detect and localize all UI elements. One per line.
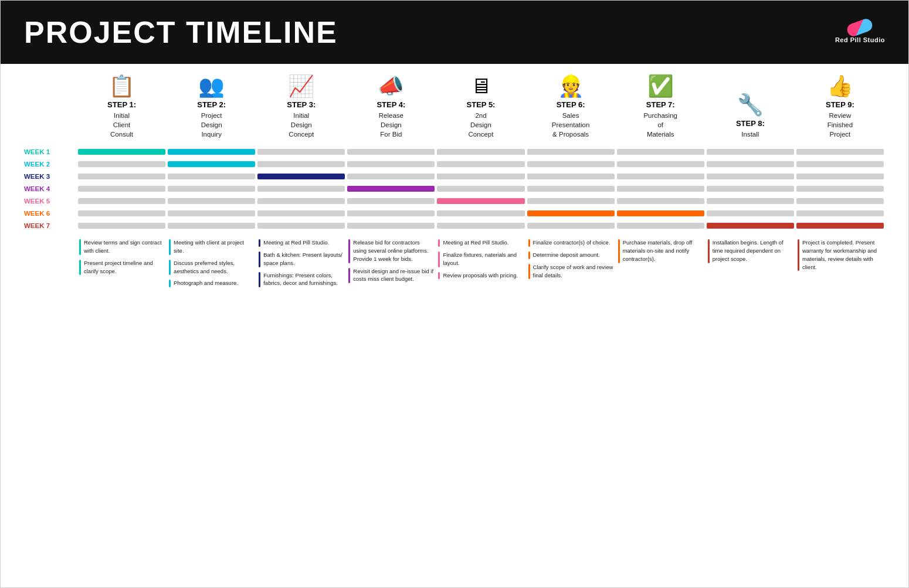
note-bar-indicator (259, 272, 260, 288)
note-text: Clarify scope of work and review final d… (533, 263, 613, 280)
step9-icon: 👍 (827, 76, 853, 97)
note-item: Installation begins. Length of time requ… (708, 239, 793, 263)
bar-cell (257, 223, 345, 229)
bar-cell (437, 198, 524, 204)
note-col-3: Release bid for contractors using severa… (346, 239, 436, 576)
timeline-bars (77, 198, 885, 204)
bar-cell (257, 149, 345, 155)
note-bar-indicator (528, 251, 530, 259)
step4-label: STEP 4: (377, 100, 405, 109)
bar-cell (707, 174, 794, 179)
bar-cell (78, 149, 165, 155)
bar-cell (168, 149, 255, 155)
bar-cell (707, 149, 794, 155)
note-col-8: Project is completed. Present warranty f… (795, 239, 885, 576)
note-text: Bath & kitchen: Present layouts/ space p… (263, 251, 344, 267)
note-item: Project is completed. Present warranty f… (798, 239, 883, 271)
step8-desc: Install (741, 130, 759, 139)
bar-cell (168, 161, 255, 167)
timeline-row-week1: WEEK 1 (24, 147, 885, 157)
bar-cell (617, 223, 704, 229)
page-title: PROJECT TIMELINE (24, 15, 338, 50)
note-col-0: Review terms and sign contract with clie… (77, 239, 167, 576)
bar-cell (168, 174, 255, 179)
step8-label: STEP 8: (736, 119, 765, 128)
note-text: Meeting at Red Pill Studio. (443, 239, 523, 247)
timeline-bars (77, 149, 885, 155)
note-text: Purchase materials, drop off materials o… (623, 239, 703, 263)
note-bar-indicator (169, 239, 171, 255)
step8-icon: 🔧 (737, 94, 764, 115)
note-text: Determine deposit amount. (533, 251, 613, 259)
note-text: Installation begins. Length of time requ… (713, 239, 793, 263)
bar-cell (437, 149, 524, 155)
bar-cell (796, 174, 884, 179)
step-col-step3: 📈STEP 3:InitialDesignConcept (256, 76, 346, 139)
week-label: WEEK 2 (24, 161, 77, 168)
note-col-7: Installation begins. Length of time requ… (706, 239, 795, 576)
note-bar-indicator (528, 264, 530, 280)
note-text: Furnishings: Present colors, fabrics, de… (263, 271, 344, 288)
bar-cell (707, 210, 794, 216)
step1-label: STEP 1: (107, 100, 136, 109)
step4-icon: 📣 (378, 76, 404, 97)
step5-icon: 🖥 (470, 76, 491, 97)
bar-cell (78, 161, 165, 167)
note-item: Purchase materials, drop off materials o… (618, 239, 703, 263)
step6-icon: 👷 (558, 76, 584, 97)
timeline-row-week4: WEEK 4 (24, 184, 885, 193)
step2-icon: 👥 (198, 76, 225, 97)
step5-desc: 2ndDesignConcept (469, 111, 494, 139)
step-col-step4: 📣STEP 4:ReleaseDesignFor Bid (346, 76, 436, 139)
note-text: Review proposals with pricing. (443, 271, 523, 280)
step2-desc: ProjectDesignInquiry (201, 111, 222, 139)
step-col-step6: 👷STEP 6:SalesPresentation& Proposals (526, 76, 616, 139)
step9-label: STEP 9: (826, 100, 854, 109)
note-bar-indicator (618, 239, 620, 263)
bar-cell (347, 186, 435, 192)
note-item: Present project timeline and clarify sco… (79, 259, 164, 276)
bar-cell (437, 174, 524, 179)
week-label: WEEK 3 (24, 173, 77, 180)
week-label: WEEK 1 (24, 148, 77, 155)
header: PROJECT TIMELINE Red Pill Studio (1, 1, 908, 64)
timeline-bars (77, 161, 885, 167)
note-bar-indicator (169, 260, 171, 276)
step6-label: STEP 6: (557, 100, 585, 109)
bar-cell (168, 210, 255, 216)
note-col-5: Finalize contractor(s) of choice.Determi… (526, 239, 616, 576)
note-col-2: Meeting at Red Pill Studio.Bath & kitche… (256, 239, 346, 576)
bar-cell (707, 161, 794, 167)
bar-cell (437, 161, 524, 167)
step1-icon: 📋 (108, 76, 135, 97)
logo-pill-icon (846, 17, 874, 38)
bar-cell (796, 198, 884, 204)
note-item: Meeting at Red Pill Studio. (259, 239, 344, 247)
note-bar-indicator (348, 239, 350, 263)
week-label: WEEK 6 (24, 210, 77, 217)
step5-label: STEP 5: (467, 100, 496, 109)
note-item: Determine deposit amount. (528, 251, 613, 259)
step-col-step8: 🔧STEP 8:Install (706, 94, 795, 139)
note-bar-indicator (798, 239, 799, 271)
note-item: Revisit design and re-issue bid if costs… (348, 267, 433, 284)
timeline-bars (77, 174, 885, 179)
bar-cell (78, 174, 165, 179)
bar-cell (347, 198, 435, 204)
note-item: Meeting with client at project site. (169, 239, 254, 255)
step7-label: STEP 7: (646, 100, 675, 109)
bar-cell (168, 223, 255, 229)
bar-cell (257, 210, 345, 216)
bar-cell (617, 210, 704, 216)
step-col-step2: 👥STEP 2:ProjectDesignInquiry (167, 76, 256, 139)
step4-desc: ReleaseDesignFor Bid (379, 111, 403, 139)
step3-desc: InitialDesignConcept (289, 111, 314, 139)
bar-cell (617, 174, 704, 179)
page: PROJECT TIMELINE Red Pill Studio 📋STEP 1… (0, 0, 909, 588)
bar-cell (527, 198, 615, 204)
note-item: Photograph and measure. (169, 279, 254, 287)
note-bar-indicator (79, 239, 81, 255)
bar-cell (437, 223, 524, 229)
step-col-step5: 🖥STEP 5:2ndDesignConcept (436, 76, 525, 139)
note-bar-indicator (438, 239, 440, 247)
